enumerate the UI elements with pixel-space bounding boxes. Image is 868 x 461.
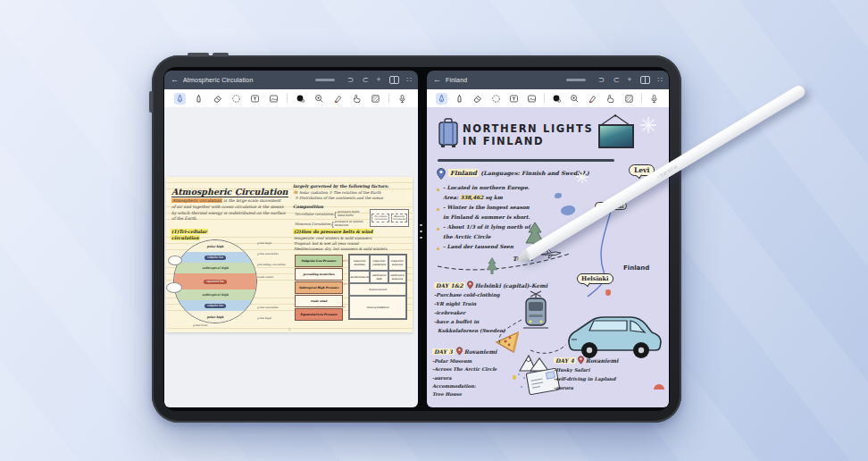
day3-items: -Polar Museum -Across The Arctic Circle … [432, 357, 497, 398]
color-swatch[interactable] [551, 93, 563, 105]
note-window-atmospheric: ← Atmospheric Circulation ⊃ ⊂ + ∷ [164, 71, 418, 407]
multi-window-icon[interactable]: ∷ [658, 76, 663, 84]
globe-label: polar easterlies [257, 252, 279, 256]
pen-tool[interactable] [174, 93, 186, 105]
map-label-finland: Finland [623, 264, 649, 272]
back-icon[interactable]: ← [433, 76, 441, 84]
right-window-title: Finland [446, 77, 467, 83]
lasso-tool[interactable] [230, 93, 242, 105]
finland-note-canvas[interactable]: NORTHERN LIGHTSIN FINLAND Fi [427, 107, 669, 407]
add-page-icon[interactable]: + [628, 76, 632, 84]
bullet-dot [437, 189, 439, 191]
split-view-icon[interactable] [389, 76, 399, 84]
highlighter-tool[interactable] [587, 93, 598, 105]
fact-line: - About 1/3 of it lying north of [443, 224, 530, 230]
back-icon[interactable]: ← [171, 76, 179, 84]
text-tool[interactable] [508, 93, 520, 105]
pine-tree-doodle [486, 257, 498, 277]
color-swatch[interactable] [295, 93, 306, 105]
composition-heading: Composition [293, 204, 323, 209]
pencil-tool[interactable] [193, 93, 204, 105]
undo-icon[interactable]: ⊃ [347, 76, 354, 84]
microphone-icon[interactable] [648, 93, 660, 105]
scene-background: ← Atmospheric Circulation ⊃ ⊂ + ∷ [0, 0, 868, 461]
tablet-device: ← Atmospheric Circulation ⊃ ⊂ + ∷ [152, 55, 681, 423]
window-drag-handle[interactable] [566, 79, 586, 81]
snow-dots-doodle [518, 373, 520, 375]
header-divider [438, 159, 614, 162]
split-divider-handle[interactable] [420, 224, 422, 239]
multi-window-icon[interactable]: ∷ [407, 76, 412, 84]
right-titlebar: ← Finland ⊃ ⊂ + ∷ [427, 71, 669, 89]
tricellular-globe-diagram: polar high subpolar low subtropical high… [173, 239, 257, 323]
lasso-tool[interactable] [490, 93, 502, 105]
undo-icon[interactable]: ⊃ [598, 76, 605, 84]
text-tool[interactable] [249, 93, 261, 105]
magnifier-tool[interactable] [313, 93, 325, 105]
composition-row: Monsoon Circulation { pressure in winter… [295, 220, 363, 228]
suitcase-doodle [438, 118, 459, 148]
highlighter-tool[interactable] [332, 93, 344, 105]
tablet-screen: ← Atmospheric Circulation ⊃ ⊂ + ∷ [163, 67, 670, 411]
day4-items: -Husky Safari -self-driving in Lapland -… [554, 366, 615, 392]
window-drag-handle[interactable] [315, 79, 335, 81]
cloud-doodle [168, 256, 182, 265]
climate-line: Tropical: hot & wet all year round [294, 241, 358, 246]
pen-tool[interactable] [436, 93, 447, 105]
paper-style-tool[interactable] [623, 93, 635, 105]
globe-label: polar high [257, 316, 271, 320]
note-intro: Atmospheric circulation is the large-sca… [171, 198, 286, 222]
section-1-label: (1)Tri-cellular circulation [171, 229, 208, 240]
add-page-icon[interactable]: + [377, 76, 381, 84]
globe-label: prevailing westerlies [257, 263, 286, 266]
snowflake-doodle [639, 116, 657, 134]
fact-line: - Located in northern Europe. [443, 185, 530, 190]
paper-style-tool[interactable] [370, 93, 381, 105]
note-title: NORTHERN LIGHTSIN FINLAND [463, 122, 593, 148]
magnifier-tool[interactable] [569, 93, 580, 105]
pressure-stack-diagram: Subpolar Low Pressure prevailing westerl… [295, 255, 343, 322]
gesture-tool[interactable] [605, 93, 616, 105]
red-hat-doodle [654, 384, 664, 390]
split-view-icon[interactable] [640, 76, 650, 84]
aurora-picture-doodle [598, 124, 634, 148]
image-tool[interactable] [526, 93, 538, 105]
eraser-tool[interactable] [212, 93, 223, 105]
latitude-label: 0° [343, 306, 346, 309]
section-2-label: (2)How do pressure belts & wind [293, 229, 373, 234]
bullet-dot [437, 208, 439, 211]
helsinki-bubble: Helsinki [577, 273, 613, 284]
pencil-tool[interactable] [454, 93, 465, 105]
note-heading: Atmospheric Circulation [171, 187, 288, 197]
power-button [213, 53, 229, 56]
day4-heading: DAY 4 Rovaniemi [554, 356, 618, 365]
side-button [149, 91, 153, 113]
left-titlebar: ← Atmospheric Circulation ⊃ ⊂ + ∷ [164, 71, 418, 89]
fact-line: in Finland & summer is short. [443, 214, 530, 220]
redo-icon[interactable]: ⊂ [362, 76, 368, 84]
globe-label: polar high [257, 241, 271, 245]
droplet-doodle [513, 375, 516, 380]
left-toolbar [164, 89, 418, 107]
gesture-tool[interactable] [351, 93, 363, 105]
redo-icon[interactable]: ⊂ [613, 76, 619, 84]
volume-button [188, 53, 209, 56]
bullet-dot [437, 228, 439, 230]
cloud-doodle [166, 282, 182, 293]
factor-line: ③ Distribution of the continents and the… [295, 196, 383, 200]
car-doodle [563, 309, 664, 363]
climate-line: temperate: cool winters & mild summers [294, 236, 371, 240]
right-toolbar [427, 89, 669, 107]
location-pin-icon [456, 347, 463, 356]
eraser-tool[interactable] [472, 93, 483, 105]
climate-zones-grid: temperate maritime temperate continental… [348, 254, 407, 320]
location-pin-icon [467, 281, 473, 289]
climate-line: Mediterranean: dry, hot summers & mild w… [294, 247, 387, 251]
image-tool[interactable] [268, 93, 280, 105]
country-line: Finland (Languages: Finnish and Swedish) [448, 169, 589, 177]
microphone-icon[interactable] [396, 93, 408, 105]
map-pin-doodle [605, 289, 611, 296]
location-pin-icon [578, 356, 584, 365]
globe-label: polar easterlies [257, 306, 279, 309]
left-note-canvas[interactable]: Atmospheric Circulation ☀ Atmospheric ci… [164, 107, 418, 407]
